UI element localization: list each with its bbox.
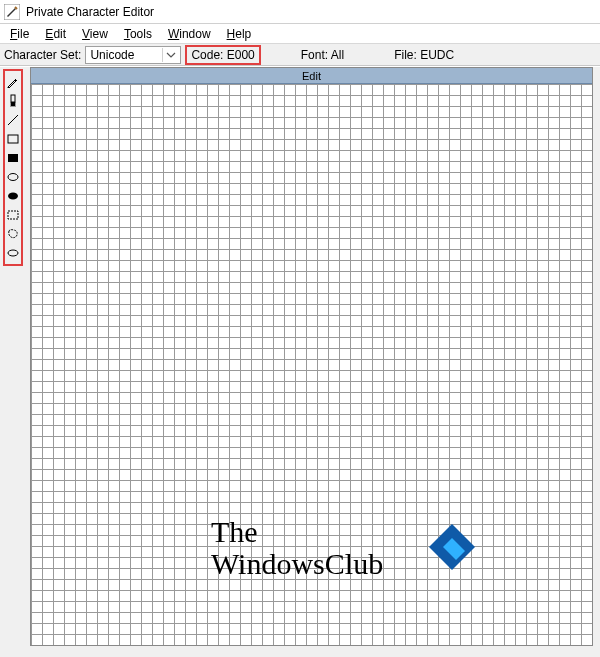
menu-bar: File Edit View Tools Window Help: [0, 24, 600, 44]
character-grid[interactable]: The WindowsClub: [31, 84, 592, 645]
svg-point-9: [8, 250, 18, 256]
charset-select[interactable]: Unicode: [85, 46, 181, 64]
work-area: Edit The WindowsClub: [0, 66, 600, 657]
filled-ellipse-icon: [6, 189, 20, 203]
title-bar: Private Character Editor: [0, 0, 600, 24]
svg-rect-5: [8, 154, 18, 162]
svg-rect-1: [11, 95, 15, 102]
svg-rect-8: [8, 211, 18, 219]
freeform-selection-tool[interactable]: [5, 225, 21, 243]
freeform-selection-icon: [6, 227, 20, 241]
menu-window[interactable]: Window: [160, 26, 219, 42]
hollow-rectangle-icon: [6, 132, 20, 146]
rectangular-selection-icon: [6, 208, 20, 222]
brush-tool[interactable]: [5, 92, 21, 110]
menu-help[interactable]: Help: [219, 26, 260, 42]
file-field: File: EUDC: [394, 48, 454, 62]
watermark-logo-icon: [429, 524, 475, 570]
brush-icon: [6, 94, 20, 108]
edit-window-title[interactable]: Edit: [31, 68, 592, 84]
edit-window: Edit The WindowsClub: [30, 67, 593, 646]
svg-rect-4: [8, 135, 18, 143]
app-icon: [4, 4, 20, 20]
menu-tools[interactable]: Tools: [116, 26, 160, 42]
chevron-down-icon: [162, 48, 178, 62]
font-field: Font: All: [301, 48, 344, 62]
pencil-icon: [6, 75, 20, 89]
svg-point-7: [8, 193, 18, 200]
info-bar: Character Set: Unicode Code: E000 Font: …: [0, 44, 600, 66]
file-value: EUDC: [420, 48, 454, 62]
filled-ellipse-tool[interactable]: [5, 187, 21, 205]
hollow-rectangle-tool[interactable]: [5, 130, 21, 148]
rectangular-selection-tool[interactable]: [5, 206, 21, 224]
menu-view[interactable]: View: [74, 26, 116, 42]
charset-value: Unicode: [90, 48, 134, 62]
code-label: Code:: [191, 48, 223, 62]
line-icon: [6, 113, 20, 127]
menu-file[interactable]: File: [2, 26, 37, 42]
file-label: File:: [394, 48, 417, 62]
watermark-text: The WindowsClub: [211, 516, 383, 579]
eraser-icon: [6, 246, 20, 260]
eraser-tool[interactable]: [5, 244, 21, 262]
toolbox: [3, 69, 23, 266]
code-field: Code: E000: [185, 45, 260, 65]
code-value: E000: [227, 48, 255, 62]
filled-rectangle-tool[interactable]: [5, 149, 21, 167]
charset-label: Character Set:: [4, 48, 81, 62]
font-label: Font:: [301, 48, 328, 62]
pencil-tool[interactable]: [5, 73, 21, 91]
window-title: Private Character Editor: [26, 5, 154, 19]
svg-point-6: [8, 174, 18, 181]
hollow-ellipse-tool[interactable]: [5, 168, 21, 186]
hollow-ellipse-icon: [6, 170, 20, 184]
svg-line-3: [8, 115, 18, 125]
menu-edit[interactable]: Edit: [37, 26, 74, 42]
font-value: All: [331, 48, 344, 62]
line-tool[interactable]: [5, 111, 21, 129]
filled-rectangle-icon: [6, 151, 20, 165]
svg-marker-11: [443, 538, 465, 560]
svg-marker-10: [429, 524, 475, 570]
